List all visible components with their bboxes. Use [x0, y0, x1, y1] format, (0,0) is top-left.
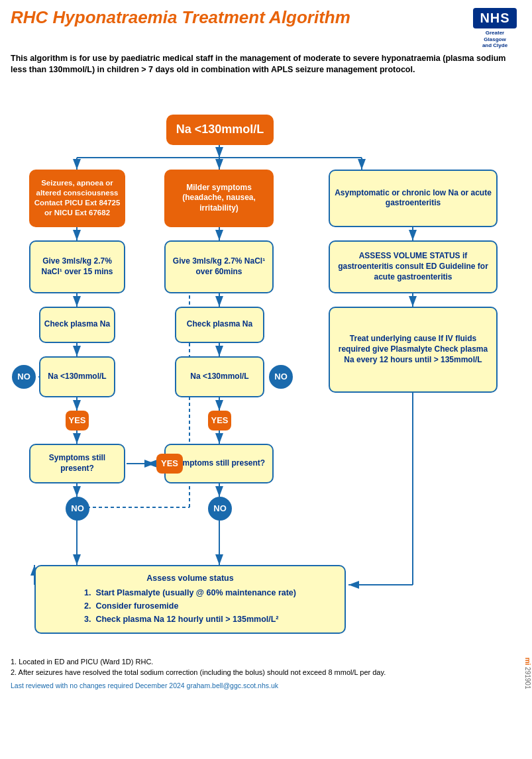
header: RHC Hyponatraemia Treatment Algorithm NH… [11, 8, 521, 49]
na130-left-box: Na <130mmol/L [39, 356, 115, 397]
seizures-box: Seizures, apnoea or altered consciousnes… [29, 170, 125, 227]
na130-right-box: Na <130mmol/L [175, 356, 264, 397]
assess-bottom-title: Assess volume status [45, 573, 335, 583]
no-bottom-right-circle: NO [208, 497, 232, 521]
yes-left-box: YES [66, 411, 89, 430]
check-na-left-box: Check plasma Na [39, 307, 115, 343]
assess-bottom-box: Assess volume status 1. Start Plasmalyte… [34, 565, 346, 634]
no-right-circle: NO [269, 365, 293, 389]
milder-box: Milder symptoms (headache, nausea, irrit… [164, 170, 274, 227]
page-title: RHC Hyponatraemia Treatment Algorithm [11, 8, 350, 27]
footnote-2: 2. After seizures have resolved the tota… [11, 667, 521, 678]
assess-bottom-list: 1. Start Plasmalyte (usually @ 60% maint… [84, 586, 296, 626]
give3mls-left-box: Give 3mls/kg 2.7% NaCl¹ over 15 mins [29, 240, 125, 293]
no-bottom-left-circle: NO [66, 497, 89, 521]
no-left-circle: NO [12, 365, 36, 389]
asymptomatic-box: Asymptomatic or chronic low Na or acute … [329, 170, 498, 227]
flowchart: Na <130mmol/L Seizures, apnoea or altere… [11, 81, 521, 651]
description: This algorithm is for use by paediatric … [11, 53, 521, 76]
na-entry-box: Na <130mmol/L [166, 115, 274, 145]
yes-middle-box: YES [156, 454, 183, 474]
page: RHC Hyponatraemia Treatment Algorithm NH… [0, 0, 532, 759]
assess-volume-box: ASSESS VOLUME STATUS if gastroenteritis … [329, 240, 498, 293]
check-na-right-box: Check plasma Na [175, 307, 264, 343]
yes-right-box: YES [208, 411, 231, 430]
footnote-1: 1. Located in ED and PICU (Ward 1D) RHC. [11, 656, 521, 668]
treat-underlying-box: Treat underlying cause If IV fluids requ… [329, 307, 498, 393]
last-reviewed: Last reviewed with no changes required D… [11, 681, 521, 691]
nhs-logo: NHS GreaterGlasgowand Clyde [468, 8, 521, 49]
rotated-id: mi 291901 [525, 658, 532, 689]
nhs-sub: GreaterGlasgowand Clyde [482, 30, 507, 49]
give3mls-right-box: Give 3mls/kg 2.7% NaCl¹ over 60mins [164, 240, 274, 293]
footnotes: 1. Located in ED and PICU (Ward 1D) RHC.… [11, 656, 521, 691]
symptoms-left-box: Symptoms still present? [29, 444, 125, 483]
nhs-badge: NHS [473, 8, 516, 28]
